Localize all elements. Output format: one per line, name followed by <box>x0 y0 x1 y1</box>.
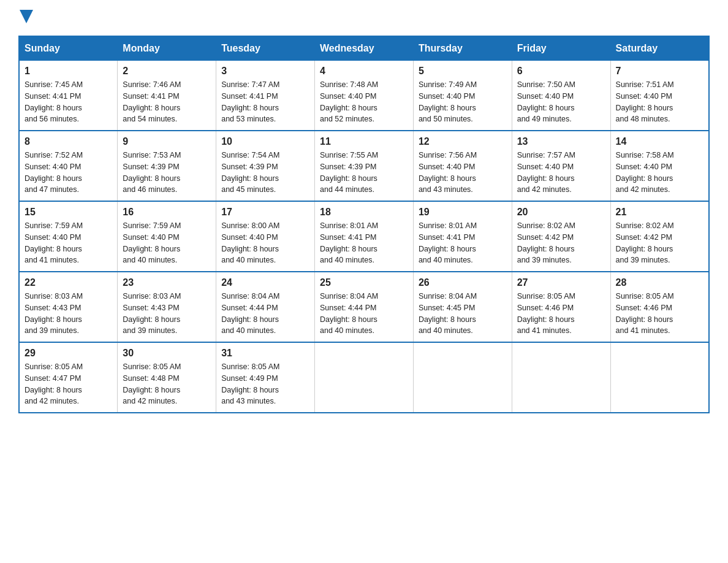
day-number: 13 <box>517 136 605 147</box>
calendar-week-row: 8Sunrise: 7:52 AMSunset: 4:40 PMDaylight… <box>19 131 709 201</box>
calendar-cell: 20Sunrise: 8:02 AMSunset: 4:42 PMDayligh… <box>512 201 610 272</box>
calendar-cell: 11Sunrise: 7:55 AMSunset: 4:39 PMDayligh… <box>315 131 414 201</box>
day-number: 8 <box>25 136 112 147</box>
header-sunday: Sunday <box>19 36 118 61</box>
day-info: Sunrise: 8:03 AMSunset: 4:43 PMDaylight:… <box>123 291 211 337</box>
day-info: Sunrise: 8:04 AMSunset: 4:44 PMDaylight:… <box>221 291 309 337</box>
day-info: Sunrise: 8:03 AMSunset: 4:43 PMDaylight:… <box>25 291 112 337</box>
day-info: Sunrise: 8:05 AMSunset: 4:49 PMDaylight:… <box>221 361 309 407</box>
day-info: Sunrise: 7:58 AMSunset: 4:40 PMDaylight:… <box>616 150 703 196</box>
calendar-cell: 27Sunrise: 8:05 AMSunset: 4:46 PMDayligh… <box>512 272 610 342</box>
day-number: 25 <box>320 277 408 288</box>
header-friday: Friday <box>512 36 610 61</box>
day-info: Sunrise: 8:00 AMSunset: 4:40 PMDaylight:… <box>221 220 309 266</box>
day-number: 29 <box>25 348 112 359</box>
day-info: Sunrise: 7:47 AMSunset: 4:41 PMDaylight:… <box>221 79 309 125</box>
calendar-cell <box>512 342 610 413</box>
day-number: 16 <box>123 207 211 218</box>
day-info: Sunrise: 8:02 AMSunset: 4:42 PMDaylight:… <box>517 220 605 266</box>
header-wednesday: Wednesday <box>315 36 414 61</box>
day-number: 23 <box>123 277 211 288</box>
calendar-cell: 23Sunrise: 8:03 AMSunset: 4:43 PMDayligh… <box>118 272 216 342</box>
calendar-week-row: 29Sunrise: 8:05 AMSunset: 4:47 PMDayligh… <box>19 342 709 413</box>
calendar-cell: 7Sunrise: 7:51 AMSunset: 4:40 PMDaylight… <box>610 61 709 131</box>
day-number: 28 <box>616 277 703 288</box>
day-info: Sunrise: 7:45 AMSunset: 4:41 PMDaylight:… <box>25 79 112 125</box>
day-number: 17 <box>221 207 309 218</box>
day-info: Sunrise: 8:05 AMSunset: 4:46 PMDaylight:… <box>616 291 703 337</box>
day-info: Sunrise: 8:05 AMSunset: 4:47 PMDaylight:… <box>25 361 112 407</box>
calendar-cell: 31Sunrise: 8:05 AMSunset: 4:49 PMDayligh… <box>216 342 315 413</box>
calendar-cell: 4Sunrise: 7:48 AMSunset: 4:40 PMDaylight… <box>315 61 414 131</box>
day-number: 7 <box>616 66 703 77</box>
calendar-cell: 13Sunrise: 7:57 AMSunset: 4:40 PMDayligh… <box>512 131 610 201</box>
header-saturday: Saturday <box>610 36 709 61</box>
day-number: 24 <box>221 277 309 288</box>
day-number: 30 <box>123 348 211 359</box>
day-number: 20 <box>517 207 605 218</box>
day-info: Sunrise: 8:04 AMSunset: 4:45 PMDaylight:… <box>419 291 507 337</box>
calendar-cell: 29Sunrise: 8:05 AMSunset: 4:47 PMDayligh… <box>19 342 118 413</box>
day-number: 1 <box>25 66 112 77</box>
day-number: 9 <box>123 136 211 147</box>
day-info: Sunrise: 8:05 AMSunset: 4:46 PMDaylight:… <box>517 291 605 337</box>
day-number: 5 <box>419 66 507 77</box>
calendar-cell: 2Sunrise: 7:46 AMSunset: 4:41 PMDaylight… <box>118 61 216 131</box>
calendar-cell: 6Sunrise: 7:50 AMSunset: 4:40 PMDaylight… <box>512 61 610 131</box>
calendar-cell <box>413 342 512 413</box>
calendar-cell: 14Sunrise: 7:58 AMSunset: 4:40 PMDayligh… <box>610 131 709 201</box>
day-info: Sunrise: 7:59 AMSunset: 4:40 PMDaylight:… <box>25 220 112 266</box>
day-info: Sunrise: 8:05 AMSunset: 4:48 PMDaylight:… <box>123 361 211 407</box>
header-thursday: Thursday <box>413 36 512 61</box>
day-info: Sunrise: 8:02 AMSunset: 4:42 PMDaylight:… <box>616 220 703 266</box>
day-number: 3 <box>221 66 309 77</box>
header-tuesday: Tuesday <box>216 36 315 61</box>
calendar-cell: 9Sunrise: 7:53 AMSunset: 4:39 PMDaylight… <box>118 131 216 201</box>
calendar-cell: 28Sunrise: 8:05 AMSunset: 4:46 PMDayligh… <box>610 272 709 342</box>
day-info: Sunrise: 8:01 AMSunset: 4:41 PMDaylight:… <box>419 220 507 266</box>
calendar-header-row: SundayMondayTuesdayWednesdayThursdayFrid… <box>19 36 709 61</box>
day-number: 2 <box>123 66 211 77</box>
calendar-cell: 18Sunrise: 8:01 AMSunset: 4:41 PMDayligh… <box>315 201 414 272</box>
calendar-week-row: 15Sunrise: 7:59 AMSunset: 4:40 PMDayligh… <box>19 201 709 272</box>
header-monday: Monday <box>118 36 216 61</box>
page-header <box>18 12 710 23</box>
logo-triangle-icon <box>20 10 33 23</box>
calendar-cell: 15Sunrise: 7:59 AMSunset: 4:40 PMDayligh… <box>19 201 118 272</box>
day-number: 14 <box>616 136 703 147</box>
calendar-cell: 22Sunrise: 8:03 AMSunset: 4:43 PMDayligh… <box>19 272 118 342</box>
day-info: Sunrise: 7:59 AMSunset: 4:40 PMDaylight:… <box>123 220 211 266</box>
calendar-cell: 5Sunrise: 7:49 AMSunset: 4:40 PMDaylight… <box>413 61 512 131</box>
calendar-cell: 3Sunrise: 7:47 AMSunset: 4:41 PMDaylight… <box>216 61 315 131</box>
day-number: 22 <box>25 277 112 288</box>
calendar-cell: 10Sunrise: 7:54 AMSunset: 4:39 PMDayligh… <box>216 131 315 201</box>
calendar-cell: 8Sunrise: 7:52 AMSunset: 4:40 PMDaylight… <box>19 131 118 201</box>
svg-marker-0 <box>20 10 33 23</box>
day-info: Sunrise: 7:54 AMSunset: 4:39 PMDaylight:… <box>221 150 309 196</box>
day-number: 10 <box>221 136 309 147</box>
day-number: 6 <box>517 66 605 77</box>
day-info: Sunrise: 7:56 AMSunset: 4:40 PMDaylight:… <box>419 150 507 196</box>
day-info: Sunrise: 7:51 AMSunset: 4:40 PMDaylight:… <box>616 79 703 125</box>
calendar-cell: 16Sunrise: 7:59 AMSunset: 4:40 PMDayligh… <box>118 201 216 272</box>
day-number: 4 <box>320 66 408 77</box>
day-number: 27 <box>517 277 605 288</box>
day-info: Sunrise: 7:49 AMSunset: 4:40 PMDaylight:… <box>419 79 507 125</box>
calendar-week-row: 1Sunrise: 7:45 AMSunset: 4:41 PMDaylight… <box>19 61 709 131</box>
day-number: 11 <box>320 136 408 147</box>
day-info: Sunrise: 7:57 AMSunset: 4:40 PMDaylight:… <box>517 150 605 196</box>
day-info: Sunrise: 7:52 AMSunset: 4:40 PMDaylight:… <box>25 150 112 196</box>
calendar-cell: 17Sunrise: 8:00 AMSunset: 4:40 PMDayligh… <box>216 201 315 272</box>
calendar-cell: 24Sunrise: 8:04 AMSunset: 4:44 PMDayligh… <box>216 272 315 342</box>
day-info: Sunrise: 7:48 AMSunset: 4:40 PMDaylight:… <box>320 79 408 125</box>
logo <box>18 12 33 23</box>
calendar-table: SundayMondayTuesdayWednesdayThursdayFrid… <box>18 36 710 413</box>
calendar-cell <box>315 342 414 413</box>
day-info: Sunrise: 8:01 AMSunset: 4:41 PMDaylight:… <box>320 220 408 266</box>
day-number: 21 <box>616 207 703 218</box>
day-info: Sunrise: 7:46 AMSunset: 4:41 PMDaylight:… <box>123 79 211 125</box>
calendar-cell: 26Sunrise: 8:04 AMSunset: 4:45 PMDayligh… <box>413 272 512 342</box>
day-number: 12 <box>419 136 507 147</box>
calendar-cell: 30Sunrise: 8:05 AMSunset: 4:48 PMDayligh… <box>118 342 216 413</box>
day-number: 15 <box>25 207 112 218</box>
